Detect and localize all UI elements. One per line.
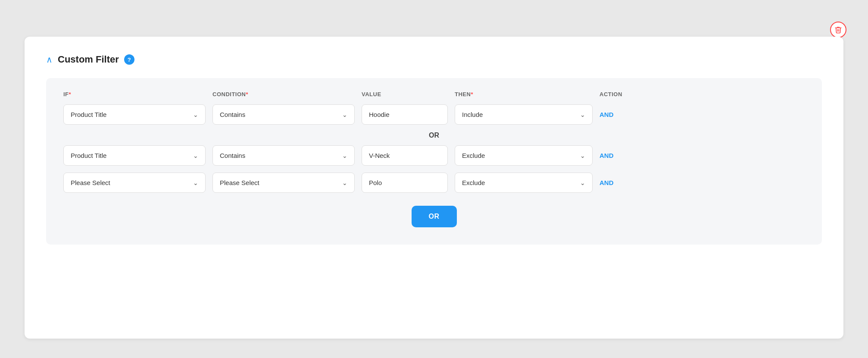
condition-select-row2-value: Contains (220, 152, 245, 159)
if-column-header: IF* (63, 91, 206, 97)
condition-select-row3-chevron: ⌄ (342, 179, 347, 186)
condition-column-header: CONDITION* (212, 91, 355, 97)
if-select-row1-value: Product Title (71, 111, 106, 118)
if-select-row2-chevron: ⌄ (193, 152, 198, 159)
then-select-row2-value: Exclude (462, 152, 485, 159)
if-select-row2-value: Product Title (71, 152, 106, 159)
then-select-row3-chevron: ⌄ (580, 179, 585, 186)
custom-filter-card: ∧ Custom Filter ? IF* CONDITION* VALUE T… (25, 37, 843, 339)
value-input-row3[interactable] (362, 173, 448, 193)
then-select-row1-value: Include (462, 111, 483, 118)
condition-select-row1-value: Contains (220, 111, 245, 118)
condition-select-row3-value: Please Select (220, 179, 259, 186)
condition-select-row2-chevron: ⌄ (342, 152, 347, 159)
then-column-header: THEN* (455, 91, 593, 97)
page-wrapper: ∧ Custom Filter ? IF* CONDITION* VALUE T… (9, 9, 859, 358)
value-input-row2[interactable] (362, 145, 448, 166)
card-header: ∧ Custom Filter ? (46, 54, 822, 65)
if-select-row3-chevron: ⌄ (193, 179, 198, 186)
filter-row-1: Product Title ⌄ Contains ⌄ Include ⌄ AND (59, 104, 809, 125)
filter-row-2: Product Title ⌄ Contains ⌄ Exclude ⌄ AND (59, 145, 809, 166)
then-select-row1-chevron: ⌄ (580, 111, 585, 118)
if-select-row2[interactable]: Product Title ⌄ (63, 145, 206, 166)
global-delete-button[interactable] (830, 22, 846, 38)
condition-select-row3[interactable]: Please Select ⌄ (212, 173, 355, 193)
action-and-row2[interactable]: AND (599, 152, 651, 159)
then-select-row2[interactable]: Exclude ⌄ (455, 145, 593, 166)
then-select-row1[interactable]: Include ⌄ (455, 104, 593, 125)
help-icon[interactable]: ? (124, 54, 134, 65)
condition-select-row1[interactable]: Contains ⌄ (212, 104, 355, 125)
if-select-row1-chevron: ⌄ (193, 111, 198, 118)
card-title: Custom Filter (58, 54, 119, 65)
or-button-row: OR (59, 206, 809, 227)
value-input-row1[interactable] (362, 104, 448, 125)
filter-section: IF* CONDITION* VALUE THEN* ACTION Produc… (46, 78, 822, 245)
action-and-row1[interactable]: AND (599, 111, 651, 118)
then-select-row2-chevron: ⌄ (580, 152, 585, 159)
if-select-row3-value: Please Select (71, 179, 110, 186)
action-column-header: ACTION (599, 91, 651, 97)
action-and-row3[interactable]: AND (599, 179, 651, 186)
if-select-row3[interactable]: Please Select ⌄ (63, 173, 206, 193)
filter-row-3: Please Select ⌄ Please Select ⌄ Exclude … (59, 173, 809, 193)
column-headers: IF* CONDITION* VALUE THEN* ACTION (59, 91, 809, 97)
value-column-header: VALUE (362, 91, 448, 97)
then-select-row3-value: Exclude (462, 179, 485, 186)
then-select-row3[interactable]: Exclude ⌄ (455, 173, 593, 193)
collapse-icon[interactable]: ∧ (46, 54, 53, 65)
condition-select-row2[interactable]: Contains ⌄ (212, 145, 355, 166)
condition-select-row1-chevron: ⌄ (342, 111, 347, 118)
if-select-row1[interactable]: Product Title ⌄ (63, 104, 206, 125)
or-divider: OR (59, 132, 809, 139)
or-button[interactable]: OR (412, 206, 457, 227)
